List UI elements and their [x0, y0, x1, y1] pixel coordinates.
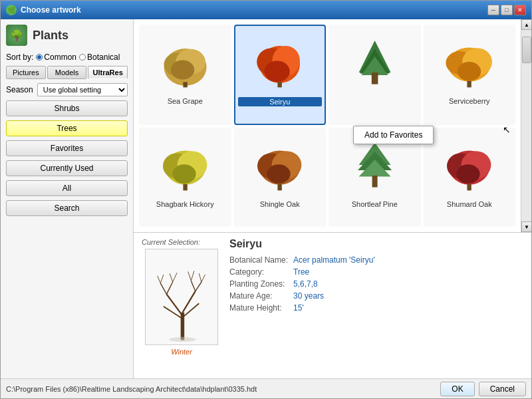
cancel-button[interactable]: Cancel [479, 382, 526, 396]
svg-point-22 [172, 164, 196, 184]
plant-card-shumard-oak[interactable]: Shumard Oak [424, 128, 516, 227]
field-val-1: Tree [293, 267, 523, 277]
svg-point-27 [267, 164, 291, 184]
svg-point-55 [169, 336, 196, 341]
scroll-thumb[interactable] [522, 37, 531, 63]
svg-line-42 [182, 303, 199, 317]
plant-img-shingle-oak [238, 132, 323, 198]
sort-label: Sort by: [6, 53, 33, 62]
svg-line-47 [191, 281, 195, 291]
view-tabs: Pictures Models UltraRes [6, 66, 128, 79]
svg-line-43 [160, 283, 166, 294]
svg-line-44 [166, 282, 172, 294]
all-button[interactable]: All [6, 180, 128, 196]
sort-botanical-label[interactable]: Botanical [79, 53, 120, 62]
details-table: Botanical Name: Acer palmatum 'Seiryu' C… [229, 255, 523, 313]
svg-line-45 [157, 275, 160, 283]
title-bar-buttons: ─ □ ✕ [487, 5, 526, 15]
preview-image [145, 249, 218, 345]
field-key-2: Planting Zones: [229, 279, 288, 289]
plant-label-sea-grape: Sea Grape [143, 97, 227, 105]
plant-label-serviceberry: Serviceberry [428, 97, 512, 105]
plant-card-serviceberry[interactable]: Serviceberry [424, 25, 516, 125]
plant-card-seiryu[interactable]: Seiryu [234, 25, 327, 125]
season-row: Season Use global setting Spring Summer … [6, 83, 128, 96]
svg-point-8 [265, 61, 290, 82]
plant-label-shumard-oak: Shumard Oak [428, 200, 512, 208]
sort-common-label[interactable]: Common [36, 53, 76, 62]
sort-common-radio[interactable] [36, 54, 43, 61]
ok-button[interactable]: OK [440, 382, 474, 396]
trees-button[interactable]: Trees [6, 120, 128, 136]
svg-rect-32 [372, 176, 377, 188]
scroll-up-button[interactable]: ▲ [521, 19, 531, 30]
field-key-1: Category: [229, 267, 288, 277]
context-menu: Add to Favorites [353, 126, 434, 144]
window-icon: 🌿 [6, 5, 17, 15]
field-val-3: 30 years [293, 291, 523, 301]
sort-botanical-text: Botanical [87, 53, 120, 62]
plant-img-serviceberry [428, 29, 512, 95]
svg-line-40 [182, 291, 195, 312]
svg-point-36 [457, 164, 480, 184]
svg-line-48 [195, 282, 201, 291]
season-label: Season [6, 85, 33, 94]
svg-rect-23 [183, 184, 187, 191]
plant-img-seiryu [238, 29, 323, 95]
plant-img-sea-grape [143, 29, 227, 95]
preview-season-label: Winter [171, 348, 192, 356]
window-title: Choose artwork [21, 5, 483, 15]
svg-line-46 [160, 274, 164, 283]
minimize-button[interactable]: ─ [487, 5, 499, 15]
sort-row: Sort by: Common Botanical [6, 53, 128, 62]
sidebar: 🌳 Plants Sort by: Common Botanical Pictu… [1, 19, 134, 378]
plant-img-shumard-oak [428, 132, 512, 198]
tab-pictures[interactable]: Pictures [6, 66, 46, 79]
content-area: 🌳 Plants Sort by: Common Botanical Pictu… [1, 19, 531, 378]
plants-icon: 🌳 [6, 25, 27, 46]
plant-card-tall-serviceberry[interactable] [329, 25, 421, 125]
svg-line-39 [166, 294, 182, 315]
field-val-0: Acer palmatum 'Seiryu' [293, 255, 523, 265]
main-area: Sea Grape Sei [134, 19, 531, 378]
svg-line-53 [188, 271, 191, 281]
status-path: C:\Program Files (x86)\Realtime Landscap… [6, 385, 440, 393]
plant-label-shagbark-hickory: Shagbark Hickory [143, 200, 227, 208]
context-menu-add-favorites[interactable]: Add to Favorites [354, 128, 433, 142]
svg-rect-28 [278, 184, 282, 191]
tab-ultrares[interactable]: UltraRes [88, 66, 128, 79]
season-select[interactable]: Use global setting Spring Summer Fall Wi… [37, 83, 128, 96]
current-selection-label: Current Selection: [142, 238, 200, 246]
field-key-3: Mature Age: [229, 291, 288, 301]
shrubs-button[interactable]: Shrubs [6, 100, 128, 116]
scroll-track[interactable] [521, 30, 531, 221]
favorites-button[interactable]: Favorites [6, 140, 128, 156]
search-button[interactable]: Search [6, 200, 128, 216]
main-window: 🌿 Choose artwork ─ □ ✕ 🌳 Plants Sort by:… [0, 0, 532, 399]
svg-rect-37 [467, 184, 471, 191]
maximize-button[interactable]: □ [501, 5, 513, 15]
svg-line-52 [172, 273, 176, 282]
sidebar-header: 🌳 Plants [6, 25, 128, 46]
details-info: Seiryu Botanical Name: Acer palmatum 'Se… [229, 238, 523, 373]
svg-line-51 [170, 273, 173, 282]
svg-line-49 [199, 273, 201, 282]
sort-common-text: Common [44, 53, 76, 62]
plant-card-shagbark-hickory[interactable]: Shagbark Hickory [139, 128, 231, 227]
status-buttons: OK Cancel [440, 382, 526, 396]
sidebar-title: Plants [33, 29, 68, 43]
sort-botanical-radio[interactable] [79, 54, 86, 61]
plant-card-sea-grape[interactable]: Sea Grape [139, 25, 231, 125]
scroll-down-button[interactable]: ▼ [521, 221, 531, 232]
svg-rect-13 [371, 72, 378, 84]
svg-line-54 [191, 271, 194, 281]
close-button[interactable]: ✕ [514, 5, 526, 15]
details-name: Seiryu [229, 238, 523, 250]
plant-card-shingle-oak[interactable]: Shingle Oak [234, 128, 327, 227]
svg-point-17 [458, 62, 481, 81]
tab-models[interactable]: Models [47, 66, 87, 79]
plant-grid: Sea Grape Sei [134, 19, 521, 232]
plant-label-shingle-oak: Shingle Oak [238, 200, 323, 208]
currently-used-button[interactable]: Currently Used [6, 160, 128, 176]
field-key-4: Mature Height: [229, 303, 288, 313]
